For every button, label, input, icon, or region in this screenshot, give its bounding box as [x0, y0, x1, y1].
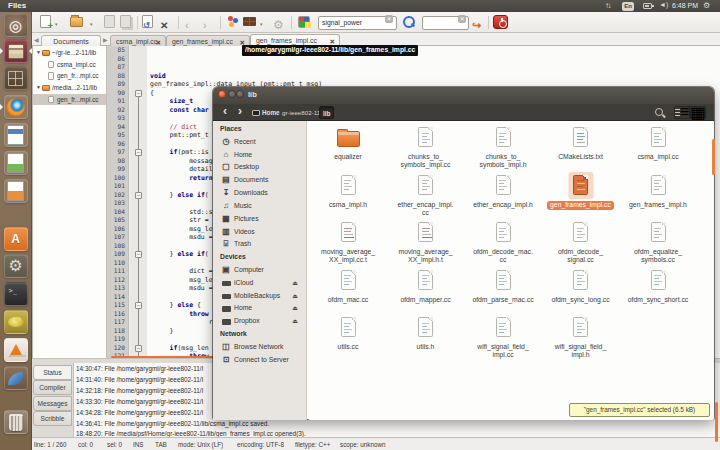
launcher-writer-icon[interactable] [4, 123, 28, 147]
goto-clear-icon[interactable]: ✕ [458, 15, 466, 23]
nav-back-icon[interactable]: ‹ [185, 15, 189, 33]
fm-sidebar-item-pictures[interactable]: ▦Pictures [213, 213, 306, 226]
close-doc-icon[interactable]: ✕ [160, 15, 168, 33]
sidebar-tab-prev-icon[interactable]: ◀ [34, 36, 39, 43]
compile-icon[interactable] [226, 15, 239, 28]
fold-marker-icon[interactable]: – [135, 90, 142, 97]
file-item[interactable]: ether_encap_impl.h [466, 173, 540, 209]
fold-marker-icon[interactable]: – [135, 192, 142, 199]
fm-sidebar-item-recent[interactable]: ◷Recent [213, 136, 306, 149]
file-item[interactable]: utils.cc [311, 315, 385, 351]
sound-icon[interactable]: ◄) [659, 1, 668, 8]
fm-sidebar-item-videos[interactable]: ▥Videos [213, 226, 306, 239]
fm-view-list-icon[interactable]: ≡ [674, 106, 690, 119]
launcher-teapot-icon[interactable] [4, 310, 28, 334]
message-tab-messages[interactable]: Messages [33, 396, 72, 411]
tree-folder[interactable]: ▼/media...2-11/lib [33, 82, 106, 94]
fm-sidebar-item-desktop[interactable]: ▢Desktop [213, 161, 306, 174]
file-item[interactable]: ofdm_sync_long.cc [544, 268, 618, 304]
launcher-firefox-icon[interactable] [4, 95, 28, 119]
file-item[interactable]: csma_impl.h [311, 173, 385, 209]
launcher-ubuntu-icon[interactable] [4, 13, 28, 37]
eject-icon[interactable]: ⏏ [292, 315, 298, 328]
sidebar-tab-next-icon[interactable]: ▶ [103, 36, 108, 43]
quit-icon[interactable] [493, 15, 508, 29]
launcher-vlc-icon[interactable] [4, 338, 28, 362]
launcher-software-icon[interactable] [4, 227, 28, 251]
tree-file[interactable]: gen_fr...mpl.cc [33, 94, 106, 106]
file-item[interactable]: gen_frames_impl.h [621, 173, 695, 209]
fm-view-grid-icon[interactable]: ▦ [690, 106, 706, 119]
session-gear-icon[interactable]: ⚙ [703, 1, 710, 10]
file-item[interactable]: csma_impl.cc [621, 125, 695, 161]
search-icon[interactable] [402, 15, 415, 28]
breadcrumb-home[interactable]: Home [249, 106, 283, 119]
fm-sidebar-item-home[interactable]: ⌂Home [213, 149, 306, 162]
message-tab-compiler[interactable]: Compiler [33, 380, 72, 395]
file-item[interactable]: ofdm_parse_mac.cc [466, 268, 540, 304]
fm-sidebar-item-music[interactable]: ♫Music [213, 200, 306, 213]
nav-forward-icon[interactable]: › [203, 15, 207, 33]
tree-folder[interactable]: ▼~/gr-ie...2-11/lib [33, 47, 106, 59]
file-item[interactable]: chunks_to_ symbols_impl.cc [389, 125, 463, 169]
fold-marker-icon[interactable]: – [135, 302, 142, 309]
fm-vscrollbar[interactable] [715, 402, 719, 442]
editor-tab[interactable]: csma_impl.cc✕ [110, 35, 166, 47]
fm-sidebar-item-dropbox[interactable]: Dropbox⏏ [213, 315, 306, 328]
eject-icon[interactable]: ⏏ [292, 277, 298, 290]
breadcrumb-gr-ieee802-11[interactable]: gr-ieee802-11 [279, 106, 323, 119]
fm-sidebar-item-downloads[interactable]: ↧Downloads [213, 187, 306, 200]
fm-sidebar-item-home[interactable]: Home⏏ [213, 302, 306, 315]
fm-back-icon[interactable]: ‹ [218, 104, 232, 119]
tab-close-icon[interactable]: ✕ [156, 39, 161, 46]
file-item[interactable]: CMakeLists.txt [544, 125, 618, 161]
editor-tab[interactable]: gen_frames_impl.cc✕ [166, 35, 250, 47]
fold-marker-icon[interactable]: – [135, 149, 142, 156]
search-clear-icon[interactable]: ✕ [385, 15, 393, 23]
fm-sidebar-item-trash[interactable]: ⍌Trash [213, 238, 306, 251]
new-file-icon[interactable]: + [40, 15, 51, 28]
eject-icon[interactable]: ⏏ [292, 302, 298, 315]
color-chooser-icon[interactable] [298, 15, 310, 28]
tab-close-icon[interactable]: ✕ [330, 38, 335, 45]
jump-to-icon[interactable]: ↪ [472, 15, 481, 33]
run-icon[interactable]: ⚙ [273, 15, 284, 33]
file-item[interactable]: moving_average_ XX_impl.cc.t [311, 220, 385, 264]
save-all-icon[interactable] [120, 15, 131, 28]
save-icon[interactable] [104, 15, 115, 28]
editor-hscrollbar[interactable] [111, 356, 215, 359]
fm-sidebar-item-computer[interactable]: ▣Computer [213, 264, 306, 277]
new-file-dropdown-icon[interactable]: ▾ [55, 21, 58, 27]
fm-forward-icon[interactable]: › [233, 104, 247, 119]
file-item[interactable]: ofdm_decode_mac. cc [466, 220, 540, 264]
eject-icon[interactable]: ⏏ [292, 290, 298, 303]
fm-sidebar-item-mobilebackups[interactable]: MobileBackups⏏ [213, 290, 306, 303]
fm-close-button[interactable] [218, 90, 226, 98]
message-tab-status[interactable]: Status [33, 365, 72, 380]
file-item[interactable]: chunks_to_ symbols_impl.h [466, 125, 540, 169]
appmenu-files[interactable]: Files [8, 1, 26, 10]
message-tab-scribble[interactable]: Scribble [33, 411, 72, 426]
file-item[interactable]: ether_encap_impl. cc [389, 173, 463, 217]
file-item[interactable]: gen_frames_impl.cc [544, 173, 618, 211]
build-dropdown-icon[interactable]: ▾ [260, 21, 263, 27]
fm-sidebar-item-documents[interactable]: ▤Documents [213, 174, 306, 187]
open-file-dropdown-icon[interactable]: ▾ [90, 21, 93, 27]
file-item[interactable]: wifi_signal_field_ impl.cc [466, 315, 540, 359]
launcher-files-icon[interactable] [4, 39, 28, 63]
file-item[interactable]: wifi_signal_field_ impl.h [544, 315, 618, 359]
fold-marker-icon[interactable]: – [135, 251, 142, 258]
build-icon[interactable] [243, 15, 256, 26]
fm-search-icon[interactable] [654, 107, 665, 118]
fm-sidebar-item-connect-to-server[interactable]: ⊡Connect to Server [213, 354, 306, 367]
launcher-terminal-icon[interactable] [4, 282, 28, 306]
file-item[interactable]: ofdm_decode_ signal.cc [544, 220, 618, 264]
file-item[interactable]: equalizer [311, 125, 385, 161]
fold-marker-icon[interactable]: – [135, 345, 142, 352]
breadcrumb-lib[interactable]: lib [319, 106, 334, 119]
fm-maximize-button[interactable] [236, 90, 244, 98]
fm-grid-scrollbar[interactable] [712, 139, 715, 175]
launcher-settings-icon[interactable] [4, 254, 28, 278]
launcher-calc-icon[interactable] [4, 151, 28, 175]
tree-file[interactable]: gen_fr...mpl.cc [33, 70, 106, 82]
